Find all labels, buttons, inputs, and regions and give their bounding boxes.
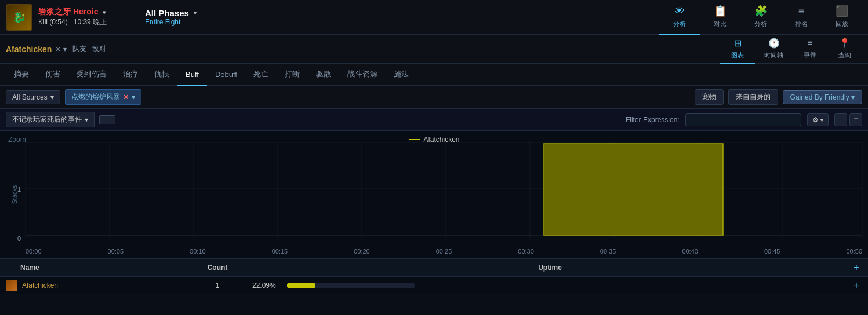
tab-damage-taken[interactable]: 受到伤害 <box>68 64 115 86</box>
player-row-avatar <box>6 280 17 291</box>
uptime-bar-container <box>287 283 415 288</box>
table-row: Afatchicken 1 22.09% + <box>0 277 868 294</box>
boss-info: 🐉 岩浆之牙 Heroic ▾ Kill (0:54) 10:39 晚上 <box>6 4 133 31</box>
rank-icon: ≡ <box>798 5 805 17</box>
tab-interrupt[interactable]: 打断 <box>277 64 308 86</box>
dead-events-arrow-icon: ▾ <box>85 116 88 124</box>
dead-events-toggle[interactable] <box>99 115 115 124</box>
tab-death[interactable]: 死亡 <box>245 64 277 86</box>
table-cell-count: 1 <box>183 281 252 290</box>
tab-summary[interactable]: 摘要 <box>6 64 37 86</box>
x-label-0: 00:00 <box>26 248 42 255</box>
timeline-icon: 🕐 <box>768 38 780 49</box>
phase-name: All Phases <box>145 8 189 18</box>
top-header: 🐉 岩浆之牙 Heroic ▾ Kill (0:54) 10:39 晚上 All… <box>0 0 868 35</box>
maximize-button[interactable]: □ <box>849 113 862 126</box>
active-filter-tag[interactable]: 点燃的熔炉风暴 ✕ ▾ <box>65 89 141 105</box>
x-label-40: 00:40 <box>682 248 698 255</box>
all-sources-button[interactable]: All Sources ▾ <box>6 90 60 104</box>
tab-damage[interactable]: 伤害 <box>37 64 68 86</box>
gained-by-friendly-arrow-icon: ▾ <box>851 93 855 101</box>
events-list-icon: ≡ <box>807 38 812 48</box>
filter-expression-label: Filter Expression: <box>626 116 680 124</box>
chart-area: Afatchicken Zoom Stacks 1 0 00:00 00:05 … <box>0 131 868 258</box>
active-filter-label: 点燃的熔炉风暴 <box>71 92 120 102</box>
tab-debuff[interactable]: Debuff <box>207 64 245 86</box>
col-header-uptime: Uptime <box>252 263 848 272</box>
tab-resources[interactable]: 战斗资源 <box>339 64 386 86</box>
view-timeline[interactable]: 🕐 时间轴 <box>755 35 793 64</box>
x-label-20: 00:20 <box>354 248 370 255</box>
phase-arrow: ▾ <box>194 10 197 16</box>
minimize-button[interactable]: — <box>834 113 847 126</box>
boss-kill-info: Kill (0:54) 10:39 晚上 <box>38 17 107 27</box>
col-header-add[interactable]: + <box>848 262 865 273</box>
filter-right-buttons: 宠物 来自自身的 Gained By Friendly ▾ <box>695 89 862 105</box>
puzzle-icon: 🧩 <box>754 5 767 17</box>
view-chart-label: 图表 <box>731 51 744 60</box>
tab-cast[interactable]: 施法 <box>386 64 417 86</box>
nav-item-compare[interactable]: 📋 对比 <box>700 0 740 35</box>
gained-by-friendly-btn[interactable]: Gained By Friendly ▾ <box>783 90 862 104</box>
nav-item-rank[interactable]: ≡ 排名 <box>781 0 822 35</box>
nav-analyze-label: 分析 <box>673 20 686 28</box>
chart-x-labels: 00:00 00:05 00:10 00:15 00:20 00:25 00:3… <box>26 248 862 255</box>
tab-bar: 摘要 伤害 受到伤害 治疗 仇恨 Buff Debuff 死亡 打断 驱散 战斗… <box>0 64 868 86</box>
boss-name-arrow: ▾ <box>103 9 106 16</box>
nav-item-analyze[interactable]: 👁 分析 <box>659 0 700 35</box>
tab-heal[interactable]: 治疗 <box>115 64 146 86</box>
player-name[interactable]: Afatchicken <box>6 45 52 54</box>
dead-events-button[interactable]: 不记录玩家死后的事件 ▾ <box>6 112 95 127</box>
player-dropdown-arrow[interactable]: ▾ <box>63 45 67 53</box>
controls-left: 不记录玩家死后的事件 ▾ <box>6 112 115 127</box>
tag-enemy: 敌对 <box>92 44 106 54</box>
col-header-name: Name <box>3 263 183 272</box>
active-filter-close-icon[interactable]: ✕ <box>123 93 129 101</box>
query-pin-icon: 📍 <box>839 38 851 49</box>
table-cell-uptime: 22.09% <box>252 281 848 290</box>
view-chart[interactable]: ⊞ 图表 <box>720 35 755 64</box>
gear-settings-button[interactable]: ⚙ ▾ <box>807 113 829 126</box>
table-area: Name Count Uptime + Afatchicken 1 22.09%… <box>0 258 868 294</box>
active-filter-arrow-icon[interactable]: ▾ <box>132 93 135 101</box>
phase-selector[interactable]: All Phases ▾ Entire Fight <box>145 8 197 26</box>
player-close-btn[interactable]: ✕ <box>55 45 61 53</box>
table-row-add-button[interactable]: + <box>848 280 865 291</box>
tab-dispel[interactable]: 驱散 <box>308 64 339 86</box>
x-label-15: 00:15 <box>272 248 288 255</box>
pets-filter-btn[interactable]: 宠物 <box>695 89 724 105</box>
nav-icons: 👁 分析 📋 对比 🧩 分析 ≡ 排名 ⬛ 回放 <box>659 0 862 35</box>
x-label-50: 00:50 <box>846 248 862 255</box>
boss-text: 岩浆之牙 Heroic ▾ Kill (0:54) 10:39 晚上 <box>38 7 107 27</box>
x-label-5: 00:05 <box>108 248 124 255</box>
view-query[interactable]: 📍 查询 <box>827 35 862 64</box>
nav-item-replay[interactable]: ⬛ 回放 <box>822 0 862 35</box>
filter-expression-input[interactable] <box>685 113 801 126</box>
tab-hatred[interactable]: 仇恨 <box>146 64 177 86</box>
gear-icon: ⚙ <box>812 116 819 124</box>
nav-replay-label: 回放 <box>836 20 848 28</box>
chart-svg <box>0 131 868 258</box>
buff-bar-rect <box>544 144 723 235</box>
x-label-45: 00:45 <box>764 248 780 255</box>
chart-grid-icon: ⊞ <box>734 38 742 49</box>
eye-icon: 👁 <box>674 5 685 17</box>
player-row-name[interactable]: Afatchicken <box>22 281 58 290</box>
x-label-25: 00:25 <box>436 248 452 255</box>
view-events[interactable]: ≡ 事件 <box>793 35 827 64</box>
view-events-label: 事件 <box>804 50 816 59</box>
tab-buff[interactable]: Buff <box>177 64 207 86</box>
nav-rank-label: 排名 <box>795 20 808 28</box>
self-filter-btn[interactable]: 来自自身的 <box>728 89 778 105</box>
boss-name[interactable]: 岩浆之牙 Heroic ▾ <box>38 7 107 17</box>
nav-analysis2-label: 分析 <box>754 20 767 28</box>
boss-avatar-emoji: 🐉 <box>13 11 26 24</box>
minimize-icon: — <box>837 116 844 124</box>
compare-icon: 📋 <box>714 5 727 17</box>
maximize-icon: □ <box>854 116 858 124</box>
table-header: Name Count Uptime + <box>0 258 868 277</box>
view-query-label: 查询 <box>838 51 851 60</box>
nav-item-analysis2[interactable]: 🧩 分析 <box>740 0 781 35</box>
controls-bar: 不记录玩家死后的事件 ▾ Filter Expression: ⚙ ▾ — □ <box>0 109 868 131</box>
view-icons: ⊞ 图表 🕐 时间轴 ≡ 事件 📍 查询 <box>720 35 862 64</box>
